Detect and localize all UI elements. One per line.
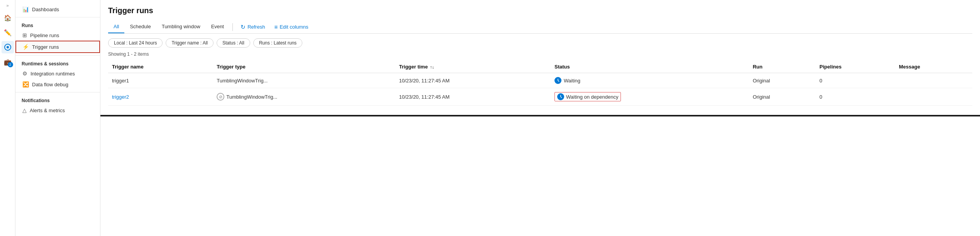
trigger-name-text-1: trigger1	[112, 78, 129, 84]
nav-item-integration-runtimes[interactable]: ⚙ Integration runtimes	[15, 68, 100, 79]
status-icon-2	[557, 93, 564, 100]
tab-divider	[232, 23, 233, 31]
nav-label-integration-runtimes: Integration runtimes	[31, 71, 75, 77]
nav-section-runtimes: Runtimes & sessions	[15, 58, 100, 68]
edit-columns-button[interactable]: ≡ Edit columns	[270, 21, 313, 32]
nav-section-notifications: Notifications	[15, 95, 100, 105]
col-header-run: Run	[749, 61, 816, 73]
trigger-name-link-2[interactable]: trigger2	[112, 94, 129, 100]
tab-tumbling-window[interactable]: Tumbling window	[156, 21, 206, 33]
trigger-type-text-2: TumblingWindowTrig...	[226, 94, 277, 100]
status-text-1: Waiting	[564, 78, 580, 84]
cancel-icon: ⊘	[217, 93, 224, 101]
cell-run-1: Original	[749, 73, 816, 88]
integration-runtimes-icon: ⚙	[22, 70, 27, 77]
sidebar-icon-home[interactable]: 🏠	[2, 12, 14, 24]
cell-pipelines-2: 0	[816, 88, 895, 106]
tab-all[interactable]: All	[108, 21, 124, 33]
nav-item-trigger-runs[interactable]: ⚡ Trigger runs	[15, 41, 100, 53]
tab-event[interactable]: Event	[206, 21, 229, 33]
cell-run-2: Original	[749, 88, 816, 106]
cell-status-2: Waiting on dependency	[551, 88, 749, 106]
status-box-2: Waiting on dependency	[554, 92, 621, 101]
cell-trigger-name-2: trigger2	[108, 88, 213, 106]
pipeline-runs-icon: ⊞	[22, 32, 27, 38]
nav-item-dashboards[interactable]: 📊 Dashboards	[15, 4, 100, 15]
dashboards-icon: 📊	[22, 6, 29, 12]
cell-message-1	[895, 73, 972, 88]
divider-1	[15, 17, 100, 17]
divider-2	[15, 55, 100, 56]
sidebar-icon-briefcase[interactable]: 💼 2	[2, 56, 14, 68]
nav-label-trigger-runs: Trigger runs	[32, 44, 59, 50]
nav-label-dashboards: Dashboards	[32, 7, 59, 12]
tabs-bar: All Schedule Tumbling window Event ↻ Ref…	[108, 21, 972, 34]
runs-filter-chip[interactable]: Runs : Latest runs	[253, 38, 302, 48]
nav-label-pipeline-runs: Pipeline runs	[30, 32, 59, 38]
cell-trigger-time-1: 10/23/20, 11:27:45 AM	[395, 73, 551, 88]
edit-columns-label: Edit columns	[280, 24, 308, 30]
col-header-pipelines: Pipelines	[816, 61, 895, 73]
filter-bar: Local : Last 24 hours Trigger name : All…	[108, 38, 972, 48]
nav-section-runs: Runs	[15, 20, 100, 30]
status-text-2: Waiting on dependency	[566, 94, 618, 100]
svg-point-1	[7, 46, 9, 48]
briefcase-badge: 2	[8, 62, 13, 67]
table-row: trigger2 ⊘ TumblingWindowTrig... 10/23/2…	[108, 88, 972, 106]
cell-message-2	[895, 88, 972, 106]
edit-columns-icon: ≡	[274, 24, 278, 30]
main-content: Trigger runs All Schedule Tumbling windo…	[100, 0, 980, 236]
trigger-name-filter-chip[interactable]: Trigger name : All	[166, 38, 214, 48]
time-filter-chip[interactable]: Local : Last 24 hours	[108, 38, 163, 48]
nav-item-data-flow-debug[interactable]: 🔀 Data flow debug	[15, 79, 100, 90]
table-row: trigger1 TumblingWindowTrig... 10/23/20,…	[108, 73, 972, 88]
cell-pipelines-1: 0	[816, 73, 895, 88]
refresh-label: Refresh	[248, 24, 265, 30]
nav-item-alerts-metrics[interactable]: △ Alerts & metrics	[15, 105, 100, 116]
col-label-trigger-time: Trigger time	[399, 64, 428, 70]
cell-status-1: Waiting	[551, 73, 749, 88]
tab-schedule[interactable]: Schedule	[124, 21, 156, 33]
status-icon-1	[554, 77, 561, 84]
refresh-icon: ↻	[241, 24, 246, 31]
col-header-trigger-type: Trigger type	[213, 61, 395, 73]
trigger-runs-table: Trigger name Trigger type Trigger time ↑…	[108, 61, 972, 106]
nav-label-alerts-metrics: Alerts & metrics	[30, 108, 65, 113]
sort-icon-trigger-time: ↑↓	[430, 65, 434, 69]
status-filter-chip[interactable]: Status : All	[217, 38, 250, 48]
data-flow-debug-icon: 🔀	[22, 81, 29, 87]
col-header-status: Status	[551, 61, 749, 73]
cell-trigger-name-1: trigger1	[108, 73, 213, 88]
alerts-metrics-icon: △	[22, 107, 27, 113]
sidebar-icon-edit[interactable]: ✏️	[2, 26, 14, 39]
cell-trigger-time-2: 10/23/20, 11:27:45 AM	[395, 88, 551, 106]
bottom-bar	[100, 115, 980, 116]
sidebar-icon-monitor[interactable]	[2, 41, 14, 53]
col-header-message: Message	[895, 61, 972, 73]
col-header-trigger-time[interactable]: Trigger time ↑↓	[395, 61, 551, 73]
cell-trigger-type-1: TumblingWindowTrig...	[213, 73, 395, 88]
cell-trigger-type-2: ⊘ TumblingWindowTrig...	[213, 88, 395, 106]
refresh-button[interactable]: ↻ Refresh	[236, 21, 270, 33]
divider-3	[15, 92, 100, 92]
nav-item-pipeline-runs[interactable]: ⊞ Pipeline runs	[15, 30, 100, 41]
nav-panel: 📊 Dashboards Runs ⊞ Pipeline runs ⚡ Trig…	[15, 0, 100, 236]
sidebar-icon-panel: » 🏠 ✏️ 💼 2	[0, 0, 15, 236]
showing-text: Showing 1 - 2 items	[108, 51, 972, 57]
expand-icon[interactable]: »	[6, 3, 8, 8]
page-title: Trigger runs	[108, 6, 972, 15]
nav-label-data-flow-debug: Data flow debug	[32, 82, 68, 87]
col-header-trigger-name: Trigger name	[108, 61, 213, 73]
trigger-runs-icon: ⚡	[22, 44, 29, 50]
